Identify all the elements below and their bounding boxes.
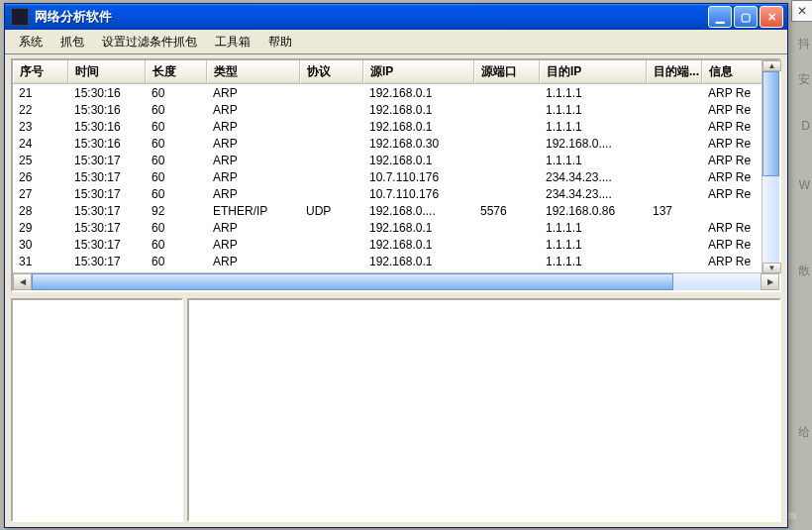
- table-row[interactable]: 3115:30:1760ARP192.168.0.11.1.1.1ARP Re: [13, 253, 779, 269]
- menubar: 系统 抓包 设置过滤条件抓包 工具箱 帮助: [5, 30, 787, 54]
- cell-time: 15:30:17: [68, 255, 146, 268]
- cell-len: 60: [146, 238, 207, 252]
- cell-time: 15:30:16: [68, 86, 146, 100]
- cell-no: 24: [13, 137, 68, 151]
- tree-panel[interactable]: [11, 298, 183, 522]
- cell-dip: 1.1.1.1: [540, 255, 647, 268]
- scroll-down-button[interactable]: ▼: [762, 263, 781, 273]
- vscroll-thumb[interactable]: [762, 71, 779, 176]
- hscroll-track[interactable]: [32, 273, 761, 290]
- cell-time: 15:30:16: [68, 103, 146, 117]
- col-proto[interactable]: 协议: [300, 60, 363, 83]
- table-row[interactable]: 2715:30:1760ARP10.7.110.176234.34.23....…: [13, 185, 779, 202]
- cell-no: 25: [13, 154, 68, 167]
- packet-list: 序号 时间 长度 类型 协议 源IP 源端口 目的IP 目的端... 信息 21…: [11, 58, 781, 292]
- table-row[interactable]: 2615:30:1760ARP10.7.110.176234.34.23....…: [13, 168, 779, 185]
- vertical-scrollbar[interactable]: ▲ ▼: [761, 60, 779, 273]
- cell-type: ARP: [207, 103, 300, 117]
- external-close-button[interactable]: ✕: [791, 0, 812, 22]
- cell-type: ETHER/IP: [207, 204, 300, 218]
- bg-text: 抖: [798, 36, 810, 53]
- cell-type: ARP: [207, 137, 300, 151]
- vscroll-track[interactable]: [762, 71, 779, 263]
- col-type[interactable]: 类型: [207, 60, 300, 83]
- table-row[interactable]: 2315:30:1660ARP192.168.0.11.1.1.1ARP Re: [13, 118, 779, 135]
- scroll-left-button[interactable]: ◀: [13, 273, 32, 290]
- cell-time: 15:30:17: [68, 154, 146, 167]
- cell-sip: 192.168.0.1: [363, 103, 474, 117]
- close-button[interactable]: ✕: [760, 6, 783, 28]
- col-time[interactable]: 时间: [68, 60, 146, 83]
- menu-help[interactable]: 帮助: [260, 31, 300, 53]
- cell-type: ARP: [207, 255, 300, 268]
- bg-text: 安: [798, 71, 810, 88]
- col-sport[interactable]: 源端口: [474, 60, 540, 83]
- minimize-button[interactable]: ▁: [708, 6, 732, 28]
- bg-text: D: [801, 119, 810, 133]
- cell-len: 60: [146, 154, 207, 167]
- list-body[interactable]: 2115:30:1660ARP192.168.0.11.1.1.1ARP Re2…: [13, 84, 779, 272]
- col-no[interactable]: 序号: [13, 60, 68, 83]
- hscroll-thumb[interactable]: [32, 273, 673, 290]
- menu-system[interactable]: 系统: [11, 31, 51, 53]
- window-controls: ▁ ▢ ✕: [708, 6, 783, 28]
- cell-len: 60: [146, 187, 207, 201]
- cell-dip: 1.1.1.1: [540, 221, 647, 235]
- desktop-area: 抖 安 D W 散 给 下载吧 www.xiazaiba.com ✕ 网络分析软…: [0, 0, 812, 530]
- table-row[interactable]: 2915:30:1760ARP192.168.0.11.1.1.1ARP Re: [13, 219, 779, 236]
- maximize-button[interactable]: ▢: [734, 6, 758, 28]
- cell-sip: 192.168.0.1: [363, 154, 474, 167]
- cell-type: ARP: [207, 154, 300, 167]
- cell-proto: UDP: [300, 204, 363, 218]
- table-row[interactable]: 2415:30:1660ARP192.168.0.30192.168.0....…: [13, 135, 779, 152]
- cell-sip: 10.7.110.176: [363, 170, 474, 184]
- cell-no: 29: [13, 221, 68, 235]
- table-row[interactable]: 2215:30:1660ARP192.168.0.11.1.1.1ARP Re: [13, 101, 779, 118]
- cell-time: 15:30:16: [68, 137, 146, 151]
- col-length[interactable]: 长度: [146, 60, 207, 83]
- cell-sip: 192.168.0.1: [363, 255, 474, 268]
- cell-sip: 192.168.0.1: [363, 238, 474, 252]
- cell-no: 21: [13, 86, 68, 100]
- table-row[interactable]: 2115:30:1660ARP192.168.0.11.1.1.1ARP Re: [13, 84, 779, 101]
- cell-sip: 192.168.0.30: [363, 137, 474, 151]
- bottom-panels: [11, 298, 781, 522]
- app-window: 网络分析软件 ▁ ▢ ✕ 系统 抓包 设置过滤条件抓包 工具箱 帮助 序号 时间…: [4, 3, 788, 528]
- col-dport[interactable]: 目的端...: [647, 60, 702, 83]
- cell-dip: 234.34.23....: [540, 170, 647, 184]
- table-row[interactable]: 2515:30:1760ARP192.168.0.11.1.1.1ARP Re: [13, 152, 779, 168]
- cell-dip: 192.168.0.86: [540, 204, 647, 218]
- menu-filter-capture[interactable]: 设置过滤条件抓包: [94, 31, 205, 53]
- titlebar[interactable]: 网络分析软件 ▁ ▢ ✕: [5, 4, 787, 30]
- menu-capture[interactable]: 抓包: [52, 31, 92, 53]
- menu-tools[interactable]: 工具箱: [207, 31, 258, 53]
- col-dstip[interactable]: 目的IP: [540, 60, 647, 83]
- cell-len: 92: [146, 204, 207, 218]
- table-row[interactable]: 3015:30:1760ARP192.168.0.11.1.1.1ARP Re: [13, 236, 779, 253]
- cell-dip: 192.168.0....: [540, 137, 647, 151]
- table-row[interactable]: 2815:30:1792ETHER/IPUDP192.168.0....5576…: [13, 202, 779, 219]
- scroll-up-button[interactable]: ▲: [762, 60, 781, 71]
- scroll-right-button[interactable]: ▶: [761, 273, 779, 290]
- hex-panel[interactable]: [187, 298, 781, 522]
- cell-dport: 137: [647, 204, 702, 218]
- cell-type: ARP: [207, 221, 300, 235]
- cell-type: ARP: [207, 86, 300, 100]
- bg-text: 散: [798, 263, 810, 279]
- cell-dip: 1.1.1.1: [540, 86, 647, 100]
- cell-time: 15:30:17: [68, 187, 146, 201]
- bg-text: W: [799, 178, 810, 192]
- cell-len: 60: [146, 86, 207, 100]
- cell-dip: 1.1.1.1: [540, 103, 647, 117]
- cell-type: ARP: [207, 170, 300, 184]
- cell-no: 31: [13, 255, 68, 268]
- cell-dip: 234.34.23....: [540, 187, 647, 201]
- cell-len: 60: [146, 103, 207, 117]
- cell-dip: 1.1.1.1: [540, 120, 647, 134]
- horizontal-scrollbar[interactable]: ◀ ▶: [13, 272, 779, 290]
- cell-len: 60: [146, 170, 207, 184]
- content-area: 序号 时间 长度 类型 协议 源IP 源端口 目的IP 目的端... 信息 21…: [5, 54, 787, 526]
- cell-time: 15:30:17: [68, 204, 146, 218]
- cell-time: 15:30:17: [68, 238, 146, 252]
- col-srcip[interactable]: 源IP: [363, 60, 474, 83]
